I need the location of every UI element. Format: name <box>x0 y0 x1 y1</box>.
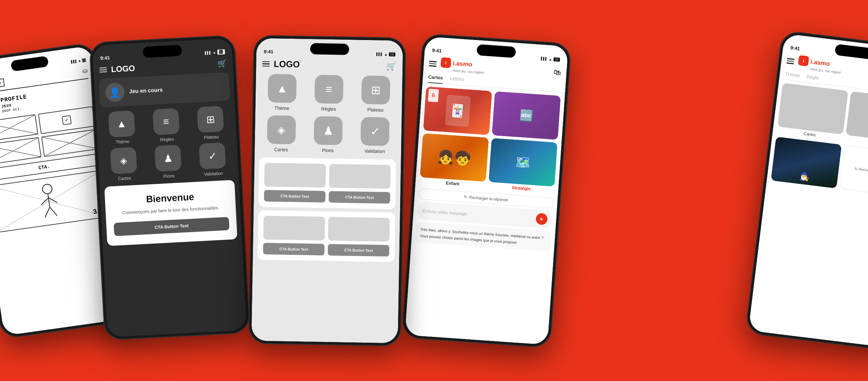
light-icon-regles[interactable]: ≡ Règles <box>308 74 350 112</box>
iasmo2-img-1[interactable]: Cartes <box>776 82 848 142</box>
dark-icon-regles[interactable]: ≡ Règles <box>145 108 188 143</box>
light-icons-grid: ▲ Thème ≡ Règles ⊞ Plateau ◈ Cartes <box>255 74 402 154</box>
dark-icon-theme[interactable]: ▲ Thème <box>100 110 143 145</box>
light-cta-3[interactable]: CTA Button Text <box>263 243 325 255</box>
status-time-4: 9:41 <box>432 47 442 53</box>
dark-regles-label: Règles <box>160 136 174 142</box>
dark-cta-button[interactable]: CTA Button Text <box>114 216 230 236</box>
phone-iasmo: 9:41 ▌▌▌ ▲ ⬛ i <box>401 33 572 348</box>
sketch-box-2: ✓ <box>38 106 95 134</box>
status-time-2: 9:41 <box>100 55 110 60</box>
light-hamburger[interactable] <box>262 61 270 66</box>
sketch-profile-labels: PROFILE JEUX DROP DCI. <box>0 93 28 113</box>
sketch-box-3 <box>0 137 41 165</box>
light-validation-label: Validation <box>364 148 385 154</box>
iasmo-img-card-3[interactable]: 👧🧒 Enfant <box>419 133 489 189</box>
light-regles-label: Règles <box>321 106 336 112</box>
svg-line-13 <box>50 206 57 216</box>
dark-theme-label: Thème <box>116 139 130 145</box>
iasmo2-tab-theme[interactable]: Thème <box>785 71 800 81</box>
phone-iasmo-2: 9:41 ▌▌▌ ▲ ⬛ i <box>745 30 868 351</box>
iasmo-img-card-4[interactable]: 🗺️ Stratégie <box>488 138 557 194</box>
status-icons-2: ▌▌▌ ▲ ⬛ <box>205 49 225 55</box>
light-cartes-label: Cartes <box>274 147 288 152</box>
svg-line-1 <box>0 115 37 141</box>
phone-light: 9:41 ▌▌▌ ▲ ⬛ LOGO 🛒 <box>248 35 406 346</box>
dark-icon-pions[interactable]: ♟ Pions <box>147 144 190 179</box>
status-time-3: 9:41 <box>264 49 273 54</box>
iasmo2-reload[interactable]: ↻ Recharger la réponse <box>839 145 868 197</box>
dark-icon-plateau[interactable]: ⊞ Plateau <box>189 105 232 140</box>
light-cta-1[interactable]: CTA Button Text <box>264 190 326 202</box>
dark-jeu-label: Jeu en cours <box>129 87 163 94</box>
svg-line-0 <box>0 115 37 141</box>
iasmo2-hamburger[interactable] <box>787 58 795 64</box>
dynamic-island-2 <box>143 44 182 58</box>
iasmo-image-grid: 🃏 6 🔤 👧🧒 <box>415 86 565 194</box>
light-placeholder-3 <box>263 215 325 240</box>
iasmo-img-card-1[interactable]: 🃏 6 <box>423 86 492 135</box>
dark-cartes-label: Cartes <box>118 175 131 181</box>
light-placeholder-2 <box>329 164 391 189</box>
light-icon-validation[interactable]: ✓ Validation <box>354 117 396 154</box>
dark-avatar: 👤 <box>105 82 125 102</box>
sketch-box-4 <box>41 129 99 157</box>
svg-line-5 <box>42 130 98 156</box>
dark-hamburger[interactable] <box>99 67 107 72</box>
light-cta-4[interactable]: CTA Button Text <box>328 244 390 256</box>
iasmo-cart[interactable]: 🛍 <box>553 68 561 77</box>
dark-validation-label: Validation <box>204 170 223 176</box>
phone-dark: 9:41 ▌▌▌ ▲ ⬛ LOGO 🛒 <box>89 35 250 340</box>
light-icon-theme[interactable]: ▲ Thème <box>261 74 303 111</box>
light-content-area-2: CTA Button Text CTA Button Text <box>257 210 395 262</box>
chat-message-text: Très bien, allons y. Souhaitez-vous un t… <box>420 227 544 244</box>
dark-plateau-label: Plateau <box>204 134 219 140</box>
svg-line-2 <box>0 138 41 164</box>
iasmo2-image-grid: Cartes Pio... 🧙‍♂️ <box>767 82 868 197</box>
light-cta-2[interactable]: CTA Button Text <box>329 191 390 204</box>
main-scene: 10:10 ▌▌▌▲⬛ <box>0 0 868 381</box>
chat-placeholder: Écrivez votre message <box>422 208 536 221</box>
sketch-logo: LOGO <box>0 78 5 89</box>
chat-send-btn[interactable]: ➤ <box>535 213 548 225</box>
iasmo-icon: i <box>440 57 451 68</box>
iasmo-app-name: i.asmo <box>453 59 472 68</box>
light-pions-label: Pions <box>322 147 334 153</box>
svg-line-10 <box>40 197 49 205</box>
light-content-area: CTA Button Text CTA Button Text <box>258 157 396 209</box>
light-logo: LOGO <box>274 59 300 70</box>
dark-icon-validation[interactable]: ✓ Validation <box>191 142 234 177</box>
iasmo2-img-2[interactable]: Pio... <box>845 91 868 150</box>
status-time-5: 9:41 <box>790 45 800 51</box>
light-plateau-label: Plateau <box>367 107 383 113</box>
dark-pions-label: Pions <box>163 173 175 179</box>
svg-line-11 <box>48 196 57 204</box>
sketch-stickfigure <box>33 181 65 222</box>
light-icon-pions[interactable]: ♟ Pions <box>307 116 350 153</box>
light-icon-cartes[interactable]: ◈ Cartes <box>260 115 303 152</box>
sketch-cart: ⛀ <box>82 67 88 75</box>
dark-logo: LOGO <box>111 63 135 74</box>
dark-welcome-section: Bienvenue Commençons par faire le tour d… <box>104 180 238 246</box>
iasmo2-tab-regle[interactable]: Règle <box>806 74 819 83</box>
svg-line-9 <box>48 193 50 207</box>
dynamic-island-3 <box>310 43 350 55</box>
iasmo-logo-block: i i.asmo Votre jeu, vos règles! <box>440 57 485 74</box>
status-icons-4: ▌▌▌ ▲ ⬛ <box>541 56 560 62</box>
light-cart[interactable]: 🛒 <box>386 61 396 71</box>
iasmo-tab-lettres[interactable]: Lettres <box>449 75 465 85</box>
status-icons-1: ▌▌▌▲⬛ <box>71 58 86 64</box>
light-icon-plateau[interactable]: ⊞ Plateau <box>354 75 397 113</box>
light-theme-label: Thème <box>274 105 289 111</box>
svg-point-8 <box>42 184 53 194</box>
iasmo2-icon: i <box>798 55 809 66</box>
dark-welcome-title: Bienvenue <box>112 190 228 207</box>
iasmo-hamburger[interactable] <box>429 61 437 66</box>
iasmo-tab-cartes[interactable]: Cartes <box>428 74 443 84</box>
iasmo2-app-name: i.asmo <box>810 58 830 68</box>
dark-icon-cartes[interactable]: ◈ Cartes <box>102 147 145 182</box>
status-icons-3: ▌▌▌ ▲ ⬛ <box>376 52 395 56</box>
dark-cart[interactable]: 🛒 <box>217 59 227 68</box>
light-placeholder-1 <box>264 163 326 187</box>
iasmo-img-card-2[interactable]: 🔤 <box>492 91 561 139</box>
